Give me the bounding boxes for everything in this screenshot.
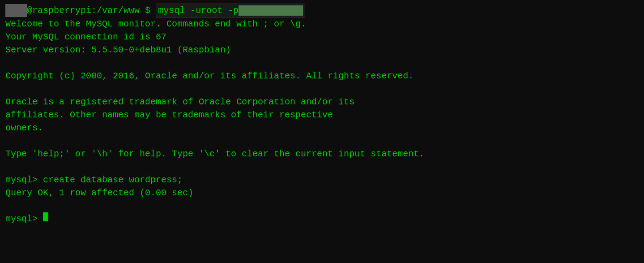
blank-line-3 bbox=[5, 134, 639, 147]
terminal-window: ████@raspberrypi:/var/www $ mysql -uroot… bbox=[0, 0, 644, 263]
hostname: @raspberrypi bbox=[27, 4, 91, 17]
output-text-2: Your MySQL connection id is 67 bbox=[5, 30, 166, 43]
output-text-1: Welcome to the MySQL monitor. Commands e… bbox=[5, 17, 306, 30]
command-text: mysql -uroot -p bbox=[158, 5, 239, 16]
output-line-13: mysql> create database wordpress; bbox=[5, 173, 639, 186]
output-line-1: Welcome to the MySQL monitor. Commands e… bbox=[5, 17, 639, 30]
prompt-line: ████@raspberrypi:/var/www $ mysql -uroot… bbox=[5, 4, 639, 17]
output-line-7: Oracle is a registered trademark of Orac… bbox=[5, 95, 639, 108]
output-text-9: owners. bbox=[5, 121, 43, 134]
output-text-13: mysql> create database wordpress; bbox=[5, 173, 183, 186]
blank-line-1 bbox=[5, 56, 639, 69]
output-text-14: Query OK, 1 row affected (0.00 sec) bbox=[5, 186, 193, 199]
output-line-5: Copyright (c) 2000, 2016, Oracle and/or … bbox=[5, 69, 639, 82]
blank-line-4 bbox=[5, 160, 639, 173]
output-text-7: Oracle is a registered trademark of Orac… bbox=[5, 95, 354, 108]
password-redacted: ████████████ bbox=[239, 5, 303, 16]
username-redacted: ████ bbox=[5, 4, 27, 17]
blank-line-5 bbox=[5, 199, 639, 212]
final-prompt-line[interactable]: mysql> bbox=[5, 212, 639, 225]
output-line-11: Type 'help;' or '\h' for help. Type '\c'… bbox=[5, 147, 639, 160]
output-text-5: Copyright (c) 2000, 2016, Oracle and/or … bbox=[5, 69, 414, 82]
final-prompt-text: mysql> bbox=[5, 212, 43, 225]
cursor-block bbox=[43, 212, 48, 221]
output-text-3: Server version: 5.5.50-0+deb8u1 (Raspbia… bbox=[5, 43, 231, 56]
command-input: mysql -uroot -p████████████ bbox=[156, 4, 305, 17]
output-line-8: affiliates. Other names may be trademark… bbox=[5, 108, 639, 121]
output-line-14: Query OK, 1 row affected (0.00 sec) bbox=[5, 186, 639, 199]
blank-line-2 bbox=[5, 82, 639, 95]
output-text-8: affiliates. Other names may be trademark… bbox=[5, 108, 333, 121]
dollar-sign: $ bbox=[145, 4, 150, 17]
path: :/var/www bbox=[91, 4, 140, 17]
output-line-9: owners. bbox=[5, 121, 639, 134]
output-text-11: Type 'help;' or '\h' for help. Type '\c'… bbox=[5, 147, 424, 160]
output-line-3: Server version: 5.5.50-0+deb8u1 (Raspbia… bbox=[5, 43, 639, 56]
output-line-2: Your MySQL connection id is 67 bbox=[5, 30, 639, 43]
